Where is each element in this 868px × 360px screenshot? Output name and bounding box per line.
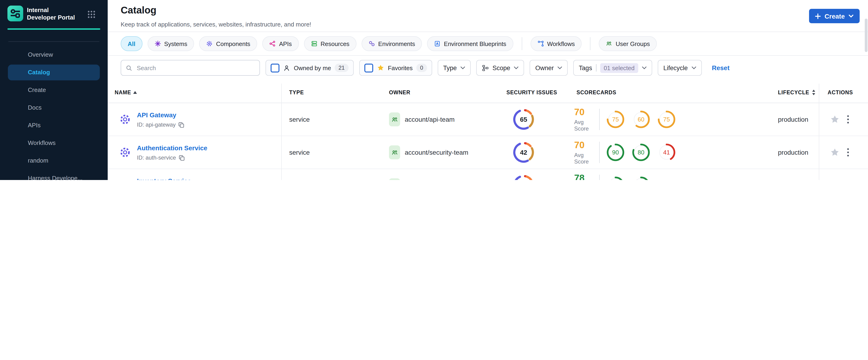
tab-workflows[interactable]: Workflows — [530, 36, 582, 51]
create-button[interactable]: Create — [809, 9, 860, 23]
workflows-icon — [537, 40, 544, 47]
scorecard-rings: 908041 — [606, 143, 676, 162]
scorecard-ring: 80 — [606, 176, 625, 180]
table-row-api-gateway[interactable]: API Gateway ID: api-gateway service acco… — [108, 103, 868, 136]
sidebar-item-docs[interactable]: Docs — [8, 100, 100, 116]
component-name-link[interactable]: Authentication Service — [137, 144, 207, 152]
svg-text:41: 41 — [663, 149, 670, 156]
lifecycle-dropdown[interactable]: Lifecycle — [658, 60, 702, 76]
search-input-wrap[interactable] — [121, 60, 260, 76]
tab-user-groups[interactable]: User Groups — [599, 36, 657, 51]
copy-icon[interactable] — [179, 122, 185, 128]
component-name-link[interactable]: Inventory Service — [137, 177, 191, 180]
copy-icon[interactable] — [179, 155, 185, 161]
sort-asc-icon — [133, 91, 137, 94]
owner-value: account/api-team — [405, 116, 455, 123]
type-dropdown-label: Type — [443, 64, 457, 71]
sidebar-item-create[interactable]: Create — [8, 82, 100, 98]
sidebar-item-random[interactable]: random — [8, 153, 100, 169]
main-content: Catalog Keep track of applications, serv… — [108, 0, 868, 180]
portal-logo-icon — [7, 6, 23, 21]
usergroups-icon — [606, 40, 613, 47]
scorecard-rings: 8076 — [606, 176, 650, 180]
favorite-star-button[interactable] — [830, 148, 840, 157]
sidebar-item-catalog[interactable]: Catalog — [8, 65, 100, 80]
favorite-star-button[interactable] — [830, 115, 840, 124]
chevron-down-icon — [691, 66, 696, 69]
owned-by-me-checkbox[interactable] — [271, 63, 279, 72]
owned-by-me-filter[interactable]: Owned by me 21 — [266, 60, 353, 76]
tab-divider — [522, 37, 522, 50]
component-id: ID: api-gateway — [137, 121, 176, 128]
sidebar-item-harness-develope-[interactable]: Harness Develope... — [8, 171, 100, 180]
column-header-security[interactable]: SECURITY ISSUES — [506, 90, 557, 95]
type-value: service — [289, 149, 310, 156]
table-header: NAME TYPE OWNER SECURITY ISSUES SCORECAR… — [108, 84, 868, 103]
tags-separator — [596, 64, 596, 71]
tab-divider — [590, 37, 591, 50]
scope-hierarchy-icon — [482, 64, 489, 71]
chevron-down-icon — [557, 66, 562, 69]
sidebar-item-apis[interactable]: APIs — [8, 118, 100, 133]
owner-dropdown[interactable]: Owner — [530, 60, 568, 76]
star-icon — [377, 64, 384, 71]
svg-text:65: 65 — [520, 116, 527, 123]
table-row-inventory-service[interactable]: Inventory Service ID: inventory-service … — [108, 169, 868, 180]
column-header-type[interactable]: TYPE — [289, 90, 304, 95]
chevron-down-icon — [642, 66, 647, 69]
column-header-owner[interactable]: OWNER — [389, 90, 410, 95]
column-header-name[interactable]: NAME — [115, 90, 137, 95]
person-icon — [283, 64, 290, 71]
tags-selected-badge: 01 selected — [600, 63, 638, 73]
owner-group-icon — [389, 145, 400, 159]
table-row-auth-service[interactable]: Authentication Service ID: auth-service … — [108, 136, 868, 169]
kebab-menu-button[interactable] — [847, 148, 849, 156]
favorites-checkbox[interactable] — [364, 63, 373, 72]
tab-label: User Groups — [616, 40, 650, 47]
tab-environment-blueprints[interactable]: Environment Blueprints — [427, 36, 514, 51]
sidebar-item-workflows[interactable]: Workflows — [8, 135, 100, 151]
avg-score-value: 70 — [574, 140, 598, 150]
tab-environments[interactable]: Environments — [362, 36, 422, 51]
reset-filters-link[interactable]: Reset — [712, 64, 730, 71]
scope-dropdown[interactable]: Scope — [476, 60, 524, 76]
tab-apis[interactable]: APIs — [262, 36, 299, 51]
entity-tabs: AllSystemsComponentsAPIsResourcesEnviron… — [108, 32, 868, 56]
favorites-filter[interactable]: Favorites 0 — [359, 60, 432, 76]
scorecard-ring: 75 — [657, 110, 676, 129]
svg-text:42: 42 — [520, 149, 527, 156]
components-icon — [206, 40, 213, 47]
type-dropdown[interactable]: Type — [437, 60, 471, 76]
chevron-down-icon — [848, 14, 854, 18]
scorecard-divider — [599, 142, 600, 163]
vertical-scrollbar[interactable] — [865, 19, 868, 52]
sidebar-divider — [8, 41, 99, 42]
sidebar-item-overview[interactable]: Overview — [8, 47, 100, 63]
tags-dropdown-label: Tags — [579, 64, 592, 71]
tab-resources[interactable]: Resources — [304, 36, 356, 51]
column-header-scorecards[interactable]: SCORECARDS — [577, 90, 616, 95]
tab-systems[interactable]: Systems — [147, 36, 194, 51]
plus-icon — [815, 13, 821, 19]
tags-dropdown[interactable]: Tags 01 selected — [573, 60, 652, 76]
app-grid-icon[interactable] — [87, 10, 96, 19]
environments-icon — [369, 40, 375, 47]
favorites-count: 0 — [416, 64, 427, 72]
tab-components[interactable]: Components — [199, 36, 257, 51]
page-subtitle: Keep track of applications, services, we… — [121, 21, 311, 28]
lifecycle-value: production — [778, 149, 808, 156]
security-issues-ring: 65 — [513, 108, 535, 130]
owned-by-me-count: 21 — [335, 64, 348, 72]
avg-score-label: Avg Score — [574, 119, 598, 132]
svg-text:75: 75 — [612, 116, 619, 123]
column-header-lifecycle[interactable]: LIFECYCLE — [778, 90, 815, 95]
tab-all[interactable]: All — [121, 36, 142, 51]
tab-label: Environments — [378, 40, 415, 47]
component-name-link[interactable]: API Gateway — [137, 111, 176, 119]
kebab-menu-button[interactable] — [847, 115, 849, 124]
security-issues-donut: 65 — [513, 108, 535, 130]
search-input[interactable] — [136, 64, 255, 72]
scorecard-ring: 90 — [606, 143, 625, 162]
column-divider — [819, 84, 819, 180]
lifecycle-dropdown-label: Lifecycle — [663, 64, 688, 71]
